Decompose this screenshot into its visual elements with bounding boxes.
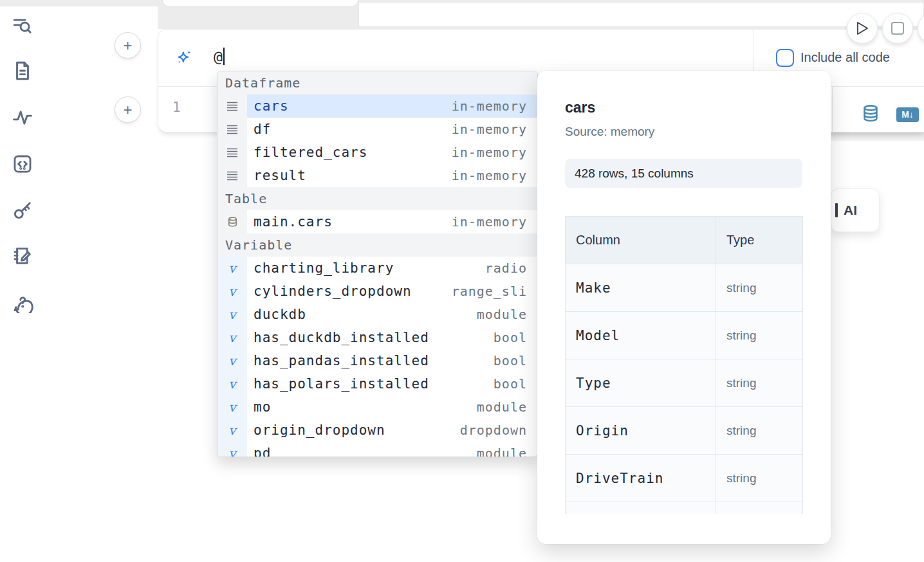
variable-icon: v xyxy=(228,446,236,457)
autocomplete-item-type: bool xyxy=(494,353,527,368)
include-all-code-label: Include all code xyxy=(800,50,890,65)
schema-table: ColumnType MakestringModelstringTypestri… xyxy=(565,216,803,514)
autocomplete-item-gutter xyxy=(217,141,247,164)
schema-header-cell: Type xyxy=(716,217,803,264)
autocomplete-section-header: Table xyxy=(217,187,537,210)
ai-prompt-input[interactable]: @ xyxy=(214,48,225,65)
schema-table-wrapper: ColumnType MakestringModelstringTypestri… xyxy=(565,216,803,514)
autocomplete-item-main: resultin-memory xyxy=(247,164,537,187)
autocomplete-item[interactable]: vpdmodule xyxy=(217,442,537,457)
help-bubble-icon[interactable] xyxy=(12,291,33,313)
autocomplete-item-type: dropdown xyxy=(460,422,527,438)
autocomplete-item-name: pd xyxy=(254,446,271,457)
preview-title: cars xyxy=(565,99,803,116)
autocomplete-item-name: charting_library xyxy=(254,260,394,276)
text-caret xyxy=(223,48,225,65)
autocomplete-item-main: main.carsin-memory xyxy=(247,210,537,233)
autocomplete-item-gutter xyxy=(217,164,247,187)
autocomplete-item-main: has_pandas_installedbool xyxy=(247,349,537,372)
autocomplete-item-name: has_pandas_installed xyxy=(254,353,429,368)
schema-column-type: string xyxy=(716,359,803,407)
autocomplete-item-type: bool xyxy=(494,376,527,392)
code-square-icon[interactable] xyxy=(12,153,33,175)
autocomplete-item[interactable]: dfin-memory xyxy=(217,118,537,141)
autocomplete-item[interactable]: vhas_duckdb_installedbool xyxy=(217,326,537,349)
autocomplete-item-name: cylinders_dropdown xyxy=(254,284,412,299)
database-icon[interactable] xyxy=(861,104,880,124)
autocomplete-item[interactable]: vcylinders_dropdownrange_sli xyxy=(217,280,537,303)
autocomplete-item[interactable]: vhas_polars_installedbool xyxy=(217,372,537,395)
notebook-edit-icon[interactable] xyxy=(12,245,33,267)
previous-cell-fragment xyxy=(162,0,358,7)
line-number: 1 xyxy=(172,100,181,115)
schema-column-name: Model xyxy=(566,312,716,359)
autocomplete-item[interactable]: vmomodule xyxy=(217,395,537,419)
autocomplete-item[interactable]: main.carsin-memory xyxy=(217,210,537,233)
stop-icon xyxy=(891,21,905,35)
autocomplete-item-gutter: v xyxy=(217,349,247,372)
schema-row: Originstring xyxy=(566,407,803,455)
list-search-icon[interactable] xyxy=(12,15,33,37)
autocomplete-item-main: duckdbmodule xyxy=(247,303,537,326)
autocomplete-item-gutter: v xyxy=(217,326,247,349)
schema-row: Typestring xyxy=(566,359,803,407)
dataframe-icon xyxy=(226,123,238,135)
dataframe-icon xyxy=(226,100,238,112)
autocomplete-item[interactable]: carsin-memory xyxy=(217,95,537,118)
autocomplete-item-main: cylinders_dropdownrange_sli xyxy=(247,280,537,303)
dataframe-icon xyxy=(226,147,238,158)
autocomplete-item-gutter xyxy=(217,210,247,233)
autocomplete-item[interactable]: vorigin_dropdowndropdown xyxy=(217,419,537,442)
dataframe-icon xyxy=(226,170,238,181)
schema-column-name: DriveTrain xyxy=(566,455,716,502)
autocomplete-item-gutter: v xyxy=(217,372,247,395)
preview-source: Source: memory xyxy=(565,125,803,139)
autocomplete-item[interactable]: filtered_carsin-memory xyxy=(217,141,537,164)
autocomplete-item[interactable]: vcharting_libraryradio xyxy=(217,257,537,280)
autocomplete-item[interactable]: vhas_pandas_installedbool xyxy=(217,349,537,372)
autocomplete-item-type: module xyxy=(477,307,527,322)
ai-button-fragment[interactable]: AI xyxy=(831,188,880,232)
autocomplete-item[interactable]: vduckdbmodule xyxy=(217,303,537,326)
variable-icon: v xyxy=(228,307,236,322)
schema-row xyxy=(566,502,803,514)
schema-column-type: string xyxy=(716,407,803,455)
autocomplete-item-type: module xyxy=(477,399,527,415)
autocomplete-dropdown: Dataframecarsin-memorydfin-memoryfiltere… xyxy=(217,71,538,457)
autocomplete-item-gutter: v xyxy=(217,280,247,303)
autocomplete-item-type: range_sli xyxy=(452,284,527,299)
run-cell-button[interactable] xyxy=(847,13,878,44)
activity-icon[interactable] xyxy=(12,107,33,129)
variable-icon: v xyxy=(228,330,236,345)
add-cell-button-bottom[interactable]: + xyxy=(115,96,141,123)
stop-button[interactable] xyxy=(882,13,913,44)
clipped-text xyxy=(835,203,838,217)
schema-row: DriveTrainstring xyxy=(566,455,803,502)
sparkles-icon xyxy=(175,48,193,66)
markdown-icon[interactable]: M↓ xyxy=(896,107,919,122)
schema-header-cell: Column xyxy=(566,217,716,264)
cell-toolbar: M↓ xyxy=(832,87,924,133)
schema-column-type: string xyxy=(716,455,803,502)
autocomplete-item-gutter: v xyxy=(217,442,247,457)
autocomplete-item-name: duckdb xyxy=(254,307,306,322)
autocomplete-item-main: carsin-memory xyxy=(247,95,537,118)
dataframe-preview-panel: cars Source: memory 428 rows, 15 columns… xyxy=(537,71,831,544)
autocomplete-item-type: bool xyxy=(494,330,527,345)
autocomplete-item-name: has_polars_installed xyxy=(254,376,429,392)
autocomplete-item-name: df xyxy=(254,122,271,137)
key-icon[interactable] xyxy=(12,199,33,221)
autocomplete-item[interactable]: resultin-memory xyxy=(217,164,537,187)
autocomplete-item-name: result xyxy=(254,168,306,183)
schema-row: Makestring xyxy=(566,264,803,312)
autocomplete-item-name: cars xyxy=(254,98,289,114)
add-cell-button-top[interactable]: + xyxy=(115,32,141,59)
include-all-code-checkbox[interactable] xyxy=(776,49,794,67)
variable-icon: v xyxy=(228,284,236,299)
autocomplete-item-type: in-memory xyxy=(452,214,527,230)
autocomplete-item-gutter: v xyxy=(217,419,247,442)
document-icon[interactable] xyxy=(12,60,33,82)
schema-column-name: Type xyxy=(566,359,716,407)
autocomplete-item-name: mo xyxy=(254,399,271,415)
autocomplete-item-main: has_duckdb_installedbool xyxy=(247,326,537,349)
